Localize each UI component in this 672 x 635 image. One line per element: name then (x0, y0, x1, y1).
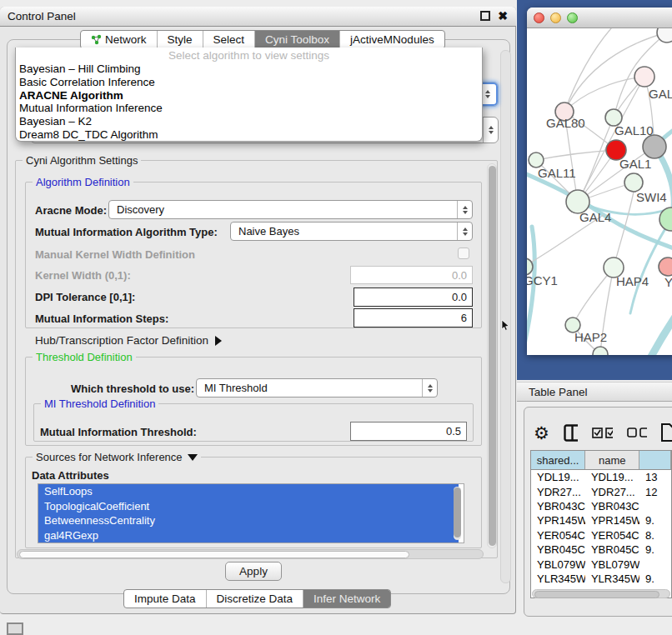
table-cell[interactable]: YBR043C (585, 499, 639, 513)
sources-legend[interactable]: Sources for Network Inference (33, 451, 201, 463)
dock-panel-icon[interactable] (7, 622, 23, 635)
table-cell[interactable]: 8. (639, 528, 671, 542)
table-cell[interactable]: YBL079W (531, 557, 585, 571)
combo-arrows-icon[interactable] (483, 118, 498, 142)
algorithm-option-bayesian-hill-climbing[interactable]: Bayesian – Hill Climbing (19, 62, 482, 76)
algorithm-option-bayesian-k2[interactable]: Bayesian – K2 (19, 115, 482, 128)
table-row[interactable]: YBR045CYBR045C9. (531, 542, 671, 557)
bottom-tab-discretize-data[interactable]: Discretize Data (206, 590, 303, 608)
table-row[interactable]: YBR043CYBR043C (531, 499, 671, 513)
attribute-item-betweennesscentrality[interactable]: BetweennessCentrality (38, 513, 459, 528)
unchecked-boxes-icon[interactable] (627, 427, 646, 438)
network-node-swi4[interactable] (624, 173, 643, 192)
table-cell[interactable]: YBR045C (585, 542, 639, 557)
column-header-clipped[interactable] (639, 451, 671, 469)
algorithm-option-dream8-dc-tdc-algorithm[interactable]: Dream8 DC_TDC Algorithm (19, 128, 482, 142)
table-cell[interactable]: 9. (639, 513, 671, 528)
table-cell[interactable]: 12 (639, 484, 671, 498)
network-node[interactable] (643, 135, 666, 158)
algorithm-option-mutual-information-inference[interactable]: Mutual Information Inference (19, 102, 482, 115)
gear-icon[interactable]: ⚙ (534, 424, 549, 442)
network-graph[interactable]: GALGAL80GAL10GAL1GAL11GAL4SWI4GCY1HAP4YH… (527, 28, 672, 355)
attribute-item-topologicalcoefficient[interactable]: TopologicalCoefficient (38, 499, 459, 514)
network-node-gcy1[interactable] (527, 258, 533, 275)
network-edge[interactable] (651, 303, 672, 355)
table-row[interactable]: YER054CYER054C8. (531, 528, 671, 542)
split-columns-icon[interactable] (564, 424, 579, 442)
column-header-name[interactable]: name (585, 451, 639, 469)
close-light-icon[interactable] (534, 12, 544, 23)
tab-jactivemnodules[interactable]: jActiveMNodules (339, 31, 444, 48)
table-cell[interactable]: YBR043C (531, 499, 585, 513)
table-row[interactable]: YDL19...YDL19...13 (531, 470, 671, 484)
network-view-window[interactable]: GALGAL80GAL10GAL1GAL11GAL4SWI4GCY1HAP4YH… (527, 8, 672, 355)
network-node-y[interactable] (659, 258, 672, 276)
algorithm-option-basic-correlation-inference[interactable]: Basic Correlation Inference (19, 76, 482, 89)
table-row[interactable]: YDR27...YDR27...12 (531, 484, 671, 498)
minimize-light-icon[interactable] (550, 12, 561, 23)
tab-network[interactable]: Network (81, 31, 157, 48)
panel-scrollbar-track[interactable] (500, 50, 511, 583)
table-cell[interactable]: YER054C (531, 528, 585, 542)
dpi-tolerance-field[interactable]: 0.0 (354, 288, 473, 307)
attributes-scrollbar-thumb[interactable] (454, 488, 461, 538)
close-window-icon[interactable]: ✖ (498, 10, 508, 22)
settings-hscrollbar-track[interactable] (17, 549, 484, 559)
table-cell[interactable]: YDL19... (531, 470, 585, 484)
attributes-scrollbar-track[interactable] (454, 487, 461, 540)
attribute-item-selfloops[interactable]: SelfLoops (38, 484, 459, 499)
network-node[interactable] (593, 347, 608, 355)
attribute-item-gal4rgexp[interactable]: gal4RGexp (38, 528, 459, 543)
network-window-titlebar[interactable] (527, 8, 672, 28)
table-row[interactable]: YPR145WYPR145W9. (531, 513, 671, 528)
table-cell[interactable]: YPR145W (585, 513, 639, 528)
table-hscrollbar-thumb[interactable] (534, 591, 659, 598)
table-cell[interactable]: YLR345W (585, 572, 639, 586)
network-node[interactable] (657, 28, 672, 42)
network-edge[interactable] (527, 227, 534, 355)
tab-style[interactable]: Style (157, 31, 203, 48)
tab-select[interactable]: Select (203, 31, 255, 48)
zoom-light-icon[interactable] (567, 12, 578, 23)
table-cell[interactable]: 9. (639, 572, 671, 586)
network-canvas[interactable]: GALGAL80GAL10GAL1GAL11GAL4SWI4GCY1HAP4YH… (527, 28, 672, 355)
column-header-shared[interactable]: shared... (531, 451, 585, 469)
table-cell[interactable]: YDR27... (531, 484, 585, 498)
hub-definition-expander[interactable]: Hub/Transcription Factor Definition (35, 334, 222, 347)
table-cell[interactable] (639, 499, 671, 513)
table-cell[interactable]: YER054C (585, 528, 639, 542)
mi-algorithm-type-combo[interactable]: Naive Bayes (230, 222, 473, 241)
table-cell[interactable] (639, 557, 671, 571)
data-attributes-list[interactable]: SelfLoopsTopologicalCoefficientBetweenne… (38, 483, 464, 543)
bottom-tab-impute-data[interactable]: Impute Data (124, 590, 206, 608)
aracne-mode-combo[interactable]: Discovery (108, 200, 473, 219)
table-cell[interactable]: YPR145W (531, 513, 585, 528)
table-cell[interactable]: YBL079W (585, 557, 639, 571)
which-threshold-combo[interactable]: MI Threshold (196, 378, 438, 398)
settings-scrollbar-thumb[interactable] (489, 166, 496, 546)
page-icon[interactable] (661, 423, 672, 442)
table-cell[interactable]: 13 (639, 470, 671, 484)
table-hscrollbar-track[interactable] (532, 589, 670, 598)
table-cell[interactable]: 9. (639, 542, 671, 557)
node-attribute-table[interactable]: shared...name YDL19...YDL19...13YDR27...… (530, 450, 672, 598)
table-cell[interactable]: YDL19... (585, 470, 639, 484)
apply-button[interactable]: Apply (225, 562, 282, 581)
mi-threshold-field[interactable]: 0.5 (350, 422, 467, 441)
float-window-icon[interactable] (480, 11, 490, 21)
checked-boxes-icon[interactable] (592, 427, 613, 438)
kernel-width-field[interactable]: 0.0 (350, 266, 473, 284)
table-row[interactable]: YBL079WYBL079W (531, 557, 671, 571)
mi-steps-field[interactable]: 6 (354, 308, 473, 328)
manual-kernel-width-checkbox[interactable] (458, 248, 469, 259)
tab-cyni-toolbox[interactable]: Cyni Toolbox (254, 31, 339, 48)
table-cell[interactable]: YLR345W (531, 572, 585, 586)
network-node-gal[interactable] (634, 67, 654, 87)
bottom-tab-infer-network[interactable]: Infer Network (303, 590, 390, 608)
table-row[interactable]: YLR345WYLR345W9. (531, 572, 671, 586)
settings-scrollbar-track[interactable] (487, 163, 497, 548)
algorithm-option-aracne-algorithm[interactable]: ARACNE Algorithm (19, 89, 482, 102)
table-cell[interactable]: YDR27... (585, 484, 639, 498)
settings-hscrollbar-thumb[interactable] (19, 551, 409, 558)
table-cell[interactable]: YBR045C (531, 542, 585, 557)
